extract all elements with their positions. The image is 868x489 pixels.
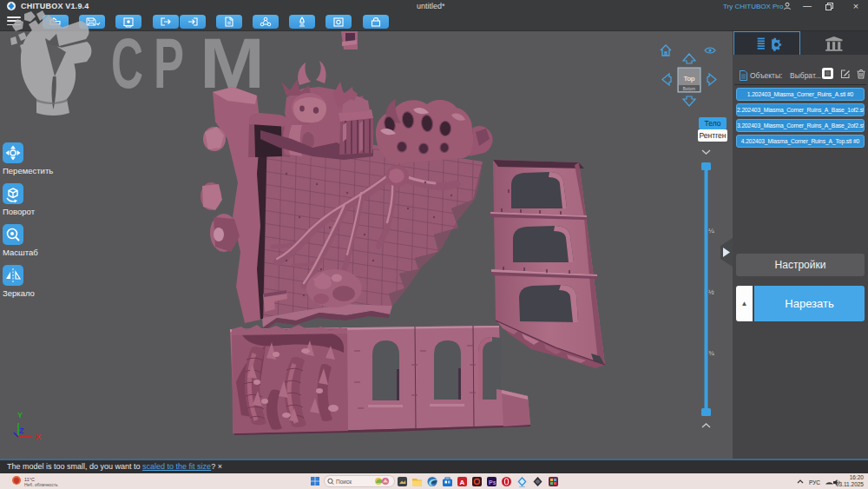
svg-text:Top: Top [684,75,695,83]
svg-text:Тело: Тело [705,119,721,128]
svg-text:¼: ¼ [708,227,714,235]
svg-text:Масштаб: Масштаб [3,248,38,257]
svg-text:Рентген: Рентген [700,131,727,140]
svg-text:X: X [36,433,41,441]
svg-text:Зеркало: Зеркало [3,288,35,298]
svg-text:Y: Y [17,411,23,420]
svg-text:½: ½ [708,288,714,296]
svg-text:Переместить: Переместить [3,166,53,175]
svg-text:Z: Z [19,426,24,435]
svg-text:P: P [154,23,184,102]
svg-text:¾: ¾ [708,349,714,357]
svg-text:Поворот: Поворот [3,207,36,216]
svg-text:Bottom: Bottom [683,87,696,91]
svg-text:C: C [111,23,143,102]
